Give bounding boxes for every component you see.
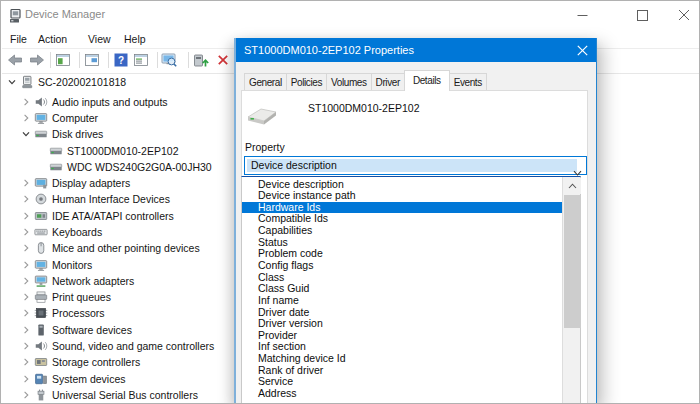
tree-item-label: Audio inputs and outputs (52, 96, 168, 108)
sound-icon (34, 339, 48, 353)
tab-events[interactable]: Events (449, 73, 487, 90)
toolbar-separator (188, 52, 189, 68)
tab-general[interactable]: General (244, 73, 287, 90)
property-label: Property (245, 141, 285, 153)
tab-volumes[interactable]: Volumes (326, 73, 372, 90)
toolbar-separator (79, 52, 80, 68)
dropdown-scrollbar[interactable] (562, 177, 580, 404)
chevron-right-icon[interactable] (21, 194, 34, 205)
maximize-button[interactable] (627, 1, 657, 29)
audio-icon (34, 95, 48, 109)
usb-icon (34, 388, 48, 402)
tree-item-label: Keyboards (52, 226, 102, 238)
chevron-right-icon[interactable] (21, 259, 34, 270)
dropdown-item[interactable]: Address (242, 388, 562, 400)
tab-policies[interactable]: Policies (286, 73, 327, 90)
dropdown-item[interactable]: Config flags (242, 260, 562, 272)
computer-root-icon (20, 75, 34, 89)
tree-item-label: Display adapters (52, 177, 130, 189)
close-button[interactable] (669, 1, 699, 29)
tree-item-label: Disk drives (52, 128, 103, 140)
uninstall-device-button[interactable] (215, 52, 231, 68)
tree-item-label: Universal Serial Bus controllers (52, 389, 198, 401)
tab-details[interactable]: Details (404, 70, 450, 91)
chevron-down-icon[interactable] (21, 129, 34, 140)
chevron-right-icon[interactable] (21, 243, 34, 254)
disk-icon (49, 144, 63, 158)
chevron-right-icon[interactable] (21, 357, 34, 368)
menu-file[interactable]: File (10, 31, 27, 48)
export-list-button[interactable] (133, 52, 149, 68)
hid-icon (34, 192, 48, 206)
chevron-right-icon[interactable] (21, 178, 34, 189)
tree-item-label: Mice and other pointing devices (52, 242, 200, 254)
menu-help[interactable]: Help (124, 31, 146, 48)
scrollbar-up-arrow[interactable] (564, 178, 581, 194)
properties-dialog: ST1000DM010-2EP102 Properties GeneralPol… (234, 38, 597, 404)
menu-view[interactable]: View (88, 31, 111, 48)
dialog-close-icon[interactable] (576, 44, 588, 56)
disk-drive-icon (244, 103, 280, 129)
storage-icon (34, 355, 48, 369)
minimize-button[interactable] (567, 1, 597, 29)
disk-icon (49, 160, 63, 174)
tree-item-label: Sound, video and game controllers (52, 340, 214, 352)
chevron-right-icon[interactable] (21, 389, 34, 400)
software-icon (34, 323, 48, 337)
chevron-right-icon[interactable] (21, 373, 34, 384)
network-icon (34, 274, 48, 288)
dropdown-items: Device descriptionDevice instance pathHa… (242, 179, 562, 404)
toolbar-separator (108, 52, 109, 68)
help-button[interactable]: ? (113, 52, 129, 68)
chevron-right-icon[interactable] (21, 210, 34, 221)
printer-icon (34, 290, 48, 304)
properties-button[interactable] (84, 52, 100, 68)
property-dropdown-list: Device descriptionDevice instance pathHa… (241, 176, 581, 404)
show-console-tree-button[interactable] (55, 52, 71, 68)
tree-item-label: Print queues (52, 291, 111, 303)
dropdown-item[interactable]: Capabilities (242, 225, 562, 237)
tree-item-label: IDE ATA/ATAPI controllers (52, 210, 174, 222)
forward-button[interactable] (29, 52, 45, 68)
chevron-down-icon[interactable] (7, 77, 20, 88)
tree-item-label: WDC WDS240G2G0A-00JH30 (67, 161, 212, 173)
dropdown-item[interactable]: Matching device Id (242, 353, 562, 365)
tree-item-label: ST1000DM010-2EP102 (67, 145, 179, 157)
tree-item-label: Human Interface Devices (52, 193, 170, 205)
display-icon (34, 176, 48, 190)
scrollbar-thumb[interactable] (564, 195, 581, 328)
tree-item-label: SC-202002101818 (38, 76, 126, 88)
chevron-right-icon[interactable] (21, 227, 34, 238)
toolbar-separator (157, 52, 158, 68)
tree-item-label: Software devices (52, 324, 132, 336)
monitor-icon (34, 258, 48, 272)
window-title: Device Manager (25, 8, 105, 20)
chevron-right-icon[interactable] (21, 308, 34, 319)
chevron-right-icon[interactable] (21, 292, 34, 303)
combobox-chevron-down-icon[interactable] (573, 163, 582, 170)
window-titlebar: Device Manager (1, 1, 699, 31)
chevron-spacer (36, 161, 49, 172)
tree-item-label: Storage controllers (52, 356, 140, 368)
update-driver-button[interactable] (193, 52, 209, 68)
scan-hardware-changes-button[interactable] (161, 52, 177, 68)
cpu-icon (34, 306, 48, 320)
chevron-right-icon[interactable] (21, 275, 34, 286)
computer-icon (34, 111, 48, 125)
chevron-right-icon[interactable] (21, 96, 34, 107)
chevron-right-icon[interactable] (21, 341, 34, 352)
tree-item-label: Monitors (52, 259, 92, 271)
menu-action[interactable]: Action (38, 31, 67, 48)
back-button[interactable] (7, 52, 23, 68)
disk-icon (34, 127, 48, 141)
dialog-title: ST1000DM010-2EP102 Properties (244, 38, 414, 62)
tab-driver[interactable]: Driver (371, 73, 405, 90)
svg-text:?: ? (118, 55, 124, 66)
dialog-tabs: GeneralPoliciesVolumesDriverDetailsEvent… (244, 69, 486, 90)
combobox-value: Device description (251, 159, 337, 172)
chevron-right-icon[interactable] (21, 324, 34, 335)
property-combobox[interactable]: Device description (244, 156, 587, 175)
tree-item-label: Computer (52, 112, 98, 124)
dropdown-item[interactable]: Inf name (242, 295, 562, 307)
chevron-right-icon[interactable] (21, 112, 34, 123)
